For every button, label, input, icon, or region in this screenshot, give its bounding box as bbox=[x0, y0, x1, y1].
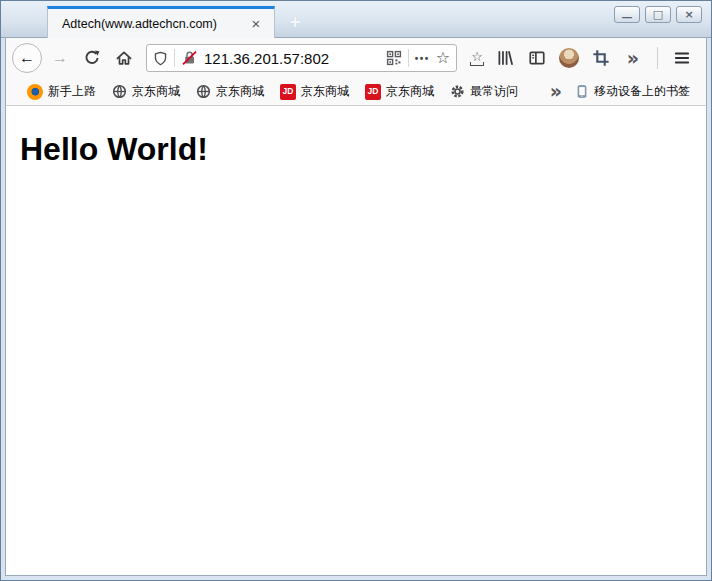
bookmarks-menu-tray-icon bbox=[470, 62, 484, 66]
forward-button[interactable]: → bbox=[46, 44, 74, 72]
page-content: Hello World! bbox=[6, 106, 706, 575]
mobile-bookmarks-label: 移动设备上的书签 bbox=[594, 83, 690, 100]
maximize-icon: □ bbox=[653, 9, 663, 20]
phone-icon bbox=[575, 84, 589, 99]
bookmark-star-icon[interactable]: ☆ bbox=[436, 50, 450, 66]
bookmarks-toolbar: 新手上路 京东商城 京东商城 JD 京东商城 JD 京东商城 最常访问 » bbox=[6, 78, 706, 106]
menu-button[interactable] bbox=[668, 44, 696, 72]
url-text[interactable]: 121.36.201.57:802 bbox=[204, 50, 380, 67]
profile-avatar-button[interactable] bbox=[555, 44, 583, 72]
bookmark-item[interactable]: 京东商城 bbox=[107, 81, 185, 102]
minimize-icon: — bbox=[622, 12, 633, 23]
tab-close-icon[interactable]: × bbox=[246, 16, 266, 31]
bookmark-item[interactable]: JD 京东商城 bbox=[360, 81, 439, 102]
urlbar-separator bbox=[408, 49, 409, 67]
navigation-toolbar: ← → bbox=[6, 38, 706, 78]
profile-avatar-icon bbox=[559, 48, 579, 68]
toolbar-overflow-icon: » bbox=[627, 49, 639, 68]
page-actions-icon[interactable]: ••• bbox=[415, 53, 430, 64]
close-button[interactable]: × bbox=[676, 6, 702, 23]
bookmark-label: 京东商城 bbox=[301, 83, 349, 100]
close-icon: × bbox=[684, 9, 693, 20]
browser-body: ← → bbox=[5, 38, 707, 576]
bookmarks-menu-button[interactable]: ☆ bbox=[467, 44, 487, 72]
new-tab-button[interactable]: + bbox=[279, 9, 311, 37]
browser-window: Adtech(www.adtechcn.com) × + — □ × ← → bbox=[0, 0, 712, 581]
reload-icon bbox=[83, 49, 101, 67]
tab-adtech[interactable]: Adtech(www.adtechcn.com) × bbox=[47, 6, 275, 38]
sidebar-icon bbox=[528, 49, 546, 67]
library-icon bbox=[496, 49, 514, 67]
forward-icon: → bbox=[52, 49, 68, 67]
jd-icon: JD bbox=[365, 84, 381, 100]
mobile-bookmarks-folder[interactable]: 移动设备上的书签 bbox=[571, 81, 694, 102]
bookmarks-overflow-button[interactable]: » bbox=[545, 81, 567, 103]
menu-icon bbox=[673, 49, 691, 67]
bookmark-item[interactable]: JD 京东商城 bbox=[275, 81, 354, 102]
bookmark-item[interactable]: 最常访问 bbox=[445, 81, 523, 102]
minimize-button[interactable]: — bbox=[614, 6, 640, 23]
urlbar-separator bbox=[174, 49, 175, 67]
maximize-button[interactable]: □ bbox=[645, 6, 671, 23]
page-heading: Hello World! bbox=[6, 131, 706, 168]
reload-button[interactable] bbox=[78, 44, 106, 72]
gear-icon bbox=[450, 84, 465, 99]
bookmark-item[interactable]: 新手上路 bbox=[22, 81, 101, 102]
back-button[interactable]: ← bbox=[12, 43, 42, 73]
globe-icon bbox=[196, 84, 211, 99]
back-icon: ← bbox=[19, 49, 35, 67]
bookmark-label: 最常访问 bbox=[470, 83, 518, 100]
tab-title: Adtech(www.adtechcn.com) bbox=[62, 17, 240, 31]
home-icon bbox=[115, 49, 133, 67]
jd-icon: JD bbox=[280, 84, 296, 100]
sidebar-button[interactable] bbox=[523, 44, 551, 72]
crop-icon bbox=[592, 49, 610, 67]
window-controls: — □ × bbox=[614, 6, 702, 23]
bookmark-label: 京东商城 bbox=[216, 83, 264, 100]
toolbar-overflow-button[interactable]: » bbox=[619, 44, 647, 72]
home-button[interactable] bbox=[110, 44, 138, 72]
library-button[interactable] bbox=[491, 44, 519, 72]
bookmark-label: 京东商城 bbox=[386, 83, 434, 100]
globe-icon bbox=[112, 84, 127, 99]
bookmark-items: 新手上路 京东商城 京东商城 JD 京东商城 JD 京东商城 最常访问 bbox=[22, 81, 523, 102]
bookmark-label: 京东商城 bbox=[132, 83, 180, 100]
qr-code-icon[interactable] bbox=[386, 50, 402, 66]
shield-icon[interactable] bbox=[153, 51, 168, 66]
titlebar[interactable]: Adtech(www.adtechcn.com) × + — □ × bbox=[1, 1, 711, 38]
bookmark-item[interactable]: 京东商城 bbox=[191, 81, 269, 102]
bookmark-label: 新手上路 bbox=[48, 83, 96, 100]
bookmarks-overflow-icon: » bbox=[550, 82, 562, 101]
bookmarks-menu-icon: ☆ bbox=[471, 51, 483, 62]
insecure-lock-icon[interactable] bbox=[181, 50, 198, 66]
url-bar[interactable]: 121.36.201.57:802 ••• ☆ bbox=[146, 44, 457, 72]
crop-button[interactable] bbox=[587, 44, 615, 72]
toolbar-separator bbox=[657, 47, 658, 69]
firefox-icon bbox=[27, 84, 43, 100]
